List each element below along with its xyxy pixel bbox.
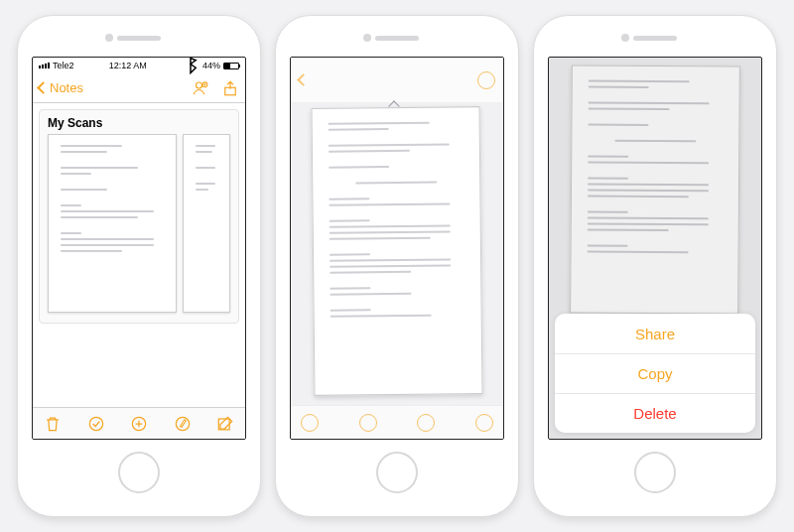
home-button[interactable]: [634, 452, 676, 493]
battery-pct-label: 44%: [202, 61, 220, 70]
scan-thumbnail[interactable]: [183, 134, 230, 313]
speaker: [117, 36, 161, 41]
scans-thumbnails: [40, 134, 238, 323]
toolbar-icon[interactable]: [359, 414, 377, 432]
grabber-icon[interactable]: [383, 97, 411, 107]
back-button[interactable]: Notes: [39, 80, 83, 95]
action-share[interactable]: Share: [555, 314, 755, 353]
check-icon[interactable]: [86, 414, 106, 434]
screen: Share Copy Delete: [548, 57, 762, 440]
trash-icon[interactable]: [43, 414, 63, 434]
add-icon[interactable]: [129, 414, 149, 434]
compose-icon[interactable]: [215, 414, 235, 434]
phone-notes-editor: Tele2 12:12 AM 44% Notes My Scans: [17, 15, 261, 517]
toolbar-icon[interactable]: [475, 414, 493, 432]
phone-action-sheet: Share Copy Delete: [533, 15, 777, 517]
clock-label: 12:12 AM: [109, 61, 147, 70]
action-delete[interactable]: Delete: [555, 393, 755, 433]
scanned-page[interactable]: [311, 106, 482, 396]
front-camera: [105, 34, 113, 42]
action-copy[interactable]: Copy: [555, 353, 755, 393]
front-camera: [621, 34, 629, 42]
bluetooth-icon: [182, 57, 199, 74]
carrier-label: Tele2: [53, 61, 74, 70]
action-sheet: Share Copy Delete: [549, 308, 761, 439]
screen: [290, 57, 504, 440]
scans-attachment[interactable]: My Scans: [39, 109, 239, 324]
speaker: [633, 36, 677, 41]
svg-point-3: [89, 417, 102, 430]
battery-icon: [223, 63, 239, 69]
front-camera: [363, 34, 371, 42]
home-button[interactable]: [376, 452, 418, 493]
screen: Tele2 12:12 AM 44% Notes My Scans: [32, 57, 246, 440]
scans-title: My Scans: [40, 110, 238, 134]
share-icon[interactable]: [221, 79, 239, 97]
bottom-toolbar-blurred: [291, 405, 503, 439]
svg-point-0: [197, 82, 202, 88]
scan-viewer[interactable]: [291, 103, 503, 405]
nav-bar: Notes: [33, 73, 245, 103]
share-icon[interactable]: [477, 71, 495, 89]
status-bar: Tele2 12:12 AM 44%: [33, 58, 245, 73]
back-label: Notes: [50, 80, 83, 95]
markup-icon[interactable]: [173, 414, 193, 434]
add-person-icon[interactable]: [192, 79, 209, 97]
toolbar-icon[interactable]: [417, 414, 435, 432]
speaker: [375, 36, 419, 41]
chevron-left-icon[interactable]: [297, 73, 310, 86]
home-button[interactable]: [118, 452, 160, 493]
chevron-left-icon: [37, 81, 50, 94]
scan-thumbnail[interactable]: [48, 134, 177, 313]
phone-scan-viewer: [275, 15, 519, 517]
bottom-toolbar: [33, 407, 245, 439]
signal-icon: [39, 63, 50, 68]
toolbar-icon[interactable]: [301, 414, 319, 432]
svg-point-5: [176, 417, 189, 430]
